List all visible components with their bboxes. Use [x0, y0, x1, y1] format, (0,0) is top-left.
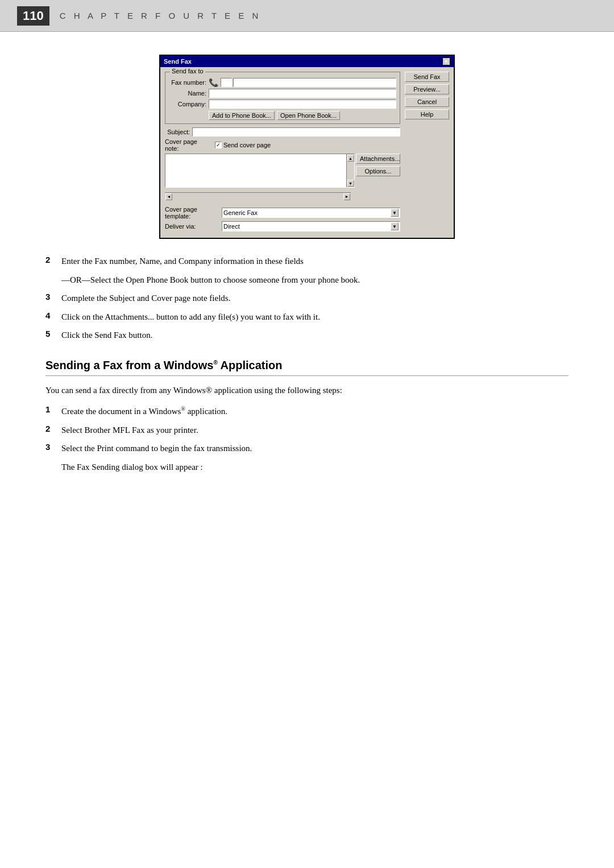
send-fax-button[interactable]: Send Fax [405, 72, 449, 82]
company-label: Company: [169, 101, 209, 108]
send-fax-to-legend: Send fax to [170, 68, 205, 75]
cover-page-template-row: Cover page template: Generic Fax ▼ [165, 206, 400, 220]
scroll-up-button[interactable]: ▲ [347, 155, 354, 162]
add-to-phone-book-button[interactable]: Add to Phone Book... [209, 111, 275, 120]
step-2-text: Enter the Fax number, Name, and Company … [61, 255, 304, 268]
dialog-right-buttons: Send Fax Preview... Cancel Help [405, 72, 449, 233]
subject-row: Subject: [165, 127, 400, 137]
fax-number-input[interactable] [233, 78, 396, 87]
step-3: 3 Complete the Subject and Cover page no… [45, 292, 569, 305]
deliver-via-value: Direct [223, 223, 240, 230]
cover-note-textarea-wrapper: ▲ ▼ Attachments... Options... [165, 154, 400, 190]
scroll-down-button[interactable]: ▼ [347, 180, 354, 187]
step-4-number: 4 [45, 311, 61, 320]
company-input[interactable] [209, 100, 396, 109]
company-row: Company: [169, 100, 396, 109]
steps-list: 2 Enter the Fax number, Name, and Compan… [45, 255, 569, 342]
step-4-text: Click on the Attachments... button to ad… [61, 311, 320, 324]
send-cover-page-checkbox-row: ✓ Send cover page [215, 142, 271, 148]
section-step-3-text: Select the Print command to begin the fa… [61, 442, 252, 455]
attachments-button[interactable]: Attachments... [356, 154, 400, 164]
fax-area-code-input[interactable] [221, 78, 232, 87]
deliver-via-label: Deliver via: [165, 223, 222, 230]
step-2-sub: —OR—Select the Open Phone Book button to… [61, 274, 569, 287]
section-step-2-number: 2 [45, 424, 61, 433]
cover-page-template-label: Cover page template: [165, 206, 222, 220]
section-step-2: 2 Select Brother MFL Fax as your printer… [45, 424, 569, 437]
send-fax-to-fieldset: Send fax to Fax number: 📞 [165, 72, 400, 124]
deliver-via-dropdown[interactable]: Direct ▼ [222, 221, 400, 232]
section-heading: Sending a Fax from a Windows® Applicatio… [45, 359, 569, 372]
dialog-left-panel: Send fax to Fax number: 📞 [165, 72, 400, 233]
step-3-number: 3 [45, 292, 61, 301]
cover-page-note-row: Cover page note: ✓ Send cover page [165, 138, 400, 152]
section-step-1-number: 1 [45, 404, 61, 414]
scroll-right-button[interactable]: ► [343, 193, 350, 200]
deliver-via-row: Deliver via: Direct ▼ [165, 221, 400, 232]
section-step-3: 3 Select the Print command to begin the … [45, 442, 569, 455]
name-input[interactable] [209, 89, 396, 98]
step-2: 2 Enter the Fax number, Name, and Compan… [45, 255, 569, 268]
dialog-titlebar: Send Fax × [160, 56, 454, 67]
send-cover-page-checkbox[interactable]: ✓ [215, 142, 222, 148]
step-5: 5 Click the Send Fax button. [45, 329, 569, 342]
horizontal-scrollbar-row: ◄ ► [165, 192, 400, 202]
cancel-button[interactable]: Cancel [405, 97, 449, 107]
chapter-title: C H A P T E R F O U R T E E N [60, 11, 262, 20]
subject-input[interactable] [192, 127, 400, 137]
section-divider [45, 375, 569, 376]
step-2-number: 2 [45, 255, 61, 264]
section-steps-list: 1 Create the document in a Windows® appl… [45, 404, 569, 473]
section-step-3-number: 3 [45, 442, 61, 452]
options-button[interactable]: Options... [356, 166, 400, 176]
section-intro: You can send a fax directly from any Win… [45, 384, 569, 397]
cover-page-template-dropdown-arrow[interactable]: ▼ [391, 209, 399, 217]
dialog-close-button[interactable]: × [442, 57, 450, 65]
help-button[interactable]: Help [405, 109, 449, 119]
step-4: 4 Click on the Attachments... button to … [45, 311, 569, 324]
preview-button[interactable]: Preview... [405, 84, 449, 94]
section-step-2-text: Select Brother MFL Fax as your printer. [61, 424, 198, 437]
open-phone-book-button[interactable]: Open Phone Book... [277, 111, 340, 120]
name-label: Name: [169, 90, 209, 97]
section-step-1: 1 Create the document in a Windows® appl… [45, 404, 569, 418]
dialog-title: Send Fax [164, 58, 192, 65]
subject-label: Subject: [165, 129, 192, 135]
phone-book-buttons: Add to Phone Book... Open Phone Book... [209, 111, 396, 120]
cover-page-note-label: Cover page note: [165, 138, 210, 152]
deliver-via-dropdown-arrow[interactable]: ▼ [391, 222, 399, 230]
cover-note-textarea[interactable]: ▲ ▼ [165, 154, 355, 188]
page-content: Send Fax × Send fax to Fax number: [0, 32, 614, 502]
section-step-3-sub: The Fax Sending dialog box will appear : [61, 461, 569, 474]
fax-number-label: Fax number: [169, 79, 209, 86]
dialog-area: Send Fax × Send fax to Fax number: [45, 55, 569, 239]
step-5-number: 5 [45, 329, 61, 338]
dialog-body: Send fax to Fax number: 📞 [160, 67, 454, 238]
step-3-text: Complete the Subject and Cover page note… [61, 292, 230, 305]
scroll-left-button[interactable]: ◄ [165, 193, 172, 200]
send-fax-dialog: Send Fax × Send fax to Fax number: [159, 55, 455, 239]
header-bar: 110 C H A P T E R F O U R T E E N [0, 0, 614, 32]
chapter-number: 110 [17, 6, 49, 26]
cover-page-template-dropdown[interactable]: Generic Fax ▼ [222, 208, 400, 218]
section-step-1-text: Create the document in a Windows® applic… [61, 404, 227, 418]
phone-icon: 📞 [209, 78, 218, 87]
step-5-text: Click the Send Fax button. [61, 329, 152, 342]
vertical-scrollbar[interactable]: ▲ ▼ [346, 154, 354, 187]
send-cover-page-label: Send cover page [223, 142, 271, 148]
name-row: Name: [169, 89, 396, 98]
fax-number-row: Fax number: 📞 [169, 78, 396, 87]
cover-page-template-value: Generic Fax [223, 209, 258, 216]
